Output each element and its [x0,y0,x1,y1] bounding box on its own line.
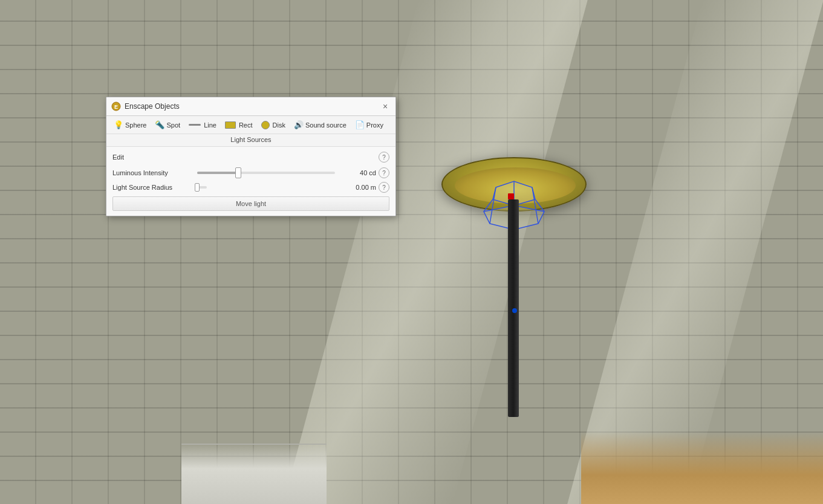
edit-row: Edit ? [112,152,389,163]
dialog-toolbar: 💡 Sphere 🔦 Spot Line Rect Disk 🔊 Sound s… [106,116,395,134]
toolbar-spot-button[interactable]: 🔦 Spot [151,118,184,131]
light-source-radius-slider[interactable] [197,186,207,189]
luminous-intensity-help-button[interactable]: ? [379,167,389,178]
close-button[interactable]: × [380,101,391,112]
furniture-bottom [181,444,327,504]
light-source-radius-help-button[interactable]: ? [379,182,389,193]
luminous-intensity-value: 40 cd [340,169,376,176]
disk-label: Disk [273,121,285,129]
svg-text:E: E [114,104,118,110]
proxy-label: Proxy [366,121,383,129]
enscape-icon: E [111,102,121,111]
toolbar-disk-button[interactable]: Disk [258,119,289,131]
lamp-object [423,121,605,483]
selection-point-blue [512,308,517,313]
rect-icon [225,121,236,129]
dialog-titlebar: E Enscape Objects × [106,97,395,116]
toolbar-sphere-button[interactable]: 💡 Sphere [110,118,150,131]
enscape-objects-dialog: E Enscape Objects × 💡 Sphere 🔦 Spot Line… [106,97,396,216]
toolbar-line-button[interactable]: Line [185,120,220,131]
sound-source-label: Sound source [305,121,346,129]
luminous-intensity-label: Luminous Intensity [112,169,197,176]
proxy-icon: 📄 [355,120,365,129]
edit-help-button[interactable]: ? [379,152,389,163]
edit-label: Edit [112,153,197,161]
toolbar-rect-button[interactable]: Rect [221,120,256,131]
spot-icon: 🔦 [155,120,164,129]
line-icon [189,124,201,126]
selection-point-red [508,193,514,199]
sphere-icon: 💡 [114,120,123,129]
toolbar-sound-source-button[interactable]: 🔊 Sound source [290,118,350,131]
toolbar-proxy-button[interactable]: 📄 Proxy [351,118,387,131]
dialog-title: Enscape Objects [125,102,380,111]
light-source-radius-slider-wrap [197,186,335,189]
sound-source-icon: 🔊 [294,120,304,129]
floor-area [581,431,823,504]
luminous-intensity-slider-wrap [197,172,335,174]
move-light-button[interactable]: Move light [112,196,389,211]
disk-icon [261,121,270,129]
line-label: Line [204,121,216,129]
light-source-radius-row: Light Source Radius 0.00 m ? [112,182,389,193]
light-source-radius-value: 0.00 m [340,184,376,191]
luminous-intensity-row: Luminous Intensity 40 cd ? [112,167,389,178]
spot-label: Spot [166,121,180,129]
rect-label: Rect [239,121,253,129]
luminous-intensity-slider[interactable] [197,172,335,174]
scene-background [0,0,823,504]
section-label: Light Sources [106,134,395,147]
sphere-label: Sphere [125,121,146,129]
dialog-content: Edit ? Luminous Intensity 40 cd ? Light … [106,147,395,216]
light-source-radius-label: Light Source Radius [112,184,197,191]
